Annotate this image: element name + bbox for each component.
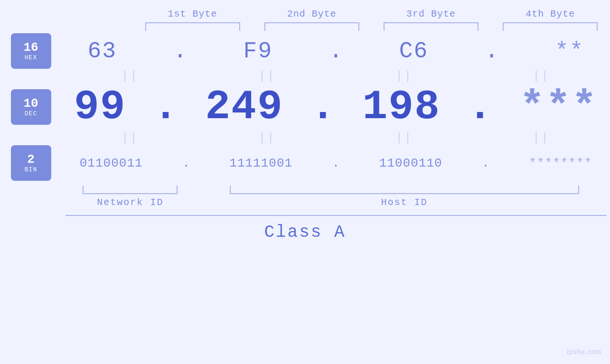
equals-1-1: || [122, 70, 139, 83]
class-label: Class A [0, 223, 610, 242]
equals-2-2: || [259, 131, 276, 144]
bracket-3 [384, 22, 479, 31]
equals-1-3: || [395, 70, 413, 83]
network-bracket [83, 186, 178, 194]
hex-row: 16 HEX 63 . F9 . C6 . ** [0, 33, 610, 69]
byte4-header: 4th Byte [491, 9, 610, 19]
bracket-4 [503, 22, 598, 31]
byte1-header: 1st Byte [133, 9, 252, 19]
dec-values: 99 . 249 . 198 . *** [62, 84, 610, 131]
bracket-col-1 [133, 22, 252, 31]
bin-dot1: . [182, 156, 190, 170]
hex-oct3: C6 [399, 38, 429, 64]
equals-1-4: || [533, 70, 550, 83]
bracket-col-4 [491, 22, 610, 31]
equals-1-2: || [259, 70, 276, 83]
hex-oct2: F9 [244, 38, 273, 64]
dec-dot1: . [153, 84, 178, 131]
hex-dot3: . [485, 38, 498, 64]
bottom-brackets [0, 186, 610, 194]
top-brackets-row [0, 22, 610, 31]
hex-dot2: . [329, 38, 343, 64]
hex-dot1: . [173, 38, 187, 64]
dec-dot2: . [310, 84, 336, 131]
dec-badge-spacer: 10 DEC [0, 89, 62, 125]
main-container: 1st Byte 2nd Byte 3rd Byte 4th Byte 16 H… [0, 0, 610, 364]
class-bracket-line [66, 215, 607, 216]
equals-row-2: || || || || [0, 131, 610, 144]
dec-oct3: 198 [362, 84, 440, 131]
host-id-label: Host ID [199, 197, 610, 208]
bin-values: 01100011 . 11111001 . 11000110 . *******… [62, 156, 610, 170]
bracket-col-3 [372, 22, 491, 31]
hex-oct4: ** [555, 38, 584, 64]
bin-dot2: . [332, 156, 340, 170]
dec-badge: 10 DEC [11, 89, 51, 125]
bracket-col-2 [252, 22, 371, 31]
hex-badge: 16 HEX [11, 33, 51, 69]
header-row: 1st Byte 2nd Byte 3rd Byte 4th Byte [0, 0, 610, 19]
dec-badge-number: 10 [23, 97, 38, 111]
bracket-2 [264, 22, 359, 31]
host-bracket [230, 186, 579, 194]
hex-badge-spacer: 16 HEX [0, 33, 62, 69]
equals-2-3: || [395, 131, 413, 144]
dec-oct4: *** [520, 84, 598, 131]
badge-spacer-header [71, 9, 133, 19]
dec-oct2: 249 [205, 84, 283, 131]
bracket-1 [145, 22, 240, 31]
bin-row: 2 BIN 01100011 . 11111001 . 11000110 . *… [0, 145, 610, 181]
id-labels-row: Network ID Host ID [0, 197, 610, 208]
equals-row-1: || || || || [0, 70, 610, 83]
dec-badge-label: DEC [25, 110, 37, 117]
bin-oct4: ******** [529, 156, 592, 170]
hex-values: 63 . F9 . C6 . ** [62, 38, 610, 64]
bin-dot3: . [482, 156, 489, 170]
byte3-header: 3rd Byte [372, 9, 491, 19]
dec-oct1: 99 [74, 84, 126, 131]
bin-badge-spacer: 2 BIN [0, 145, 62, 181]
watermark: ipshu.com [567, 348, 601, 355]
hex-badge-label: HEX [25, 54, 37, 61]
dec-row: 10 DEC 99 . 249 . 198 . *** [0, 84, 610, 131]
bin-badge-number: 2 [27, 153, 35, 167]
hex-oct1: 63 [87, 38, 117, 64]
dec-dot3: . [468, 84, 493, 131]
equals-2-4: || [533, 131, 550, 144]
bin-badge: 2 BIN [11, 145, 51, 181]
bin-badge-label: BIN [25, 166, 37, 173]
byte2-header: 2nd Byte [252, 9, 371, 19]
bin-oct2: 11111001 [229, 156, 292, 170]
network-id-label: Network ID [62, 197, 199, 208]
bin-oct3: 11000110 [379, 156, 442, 170]
bin-oct1: 01100011 [80, 156, 143, 170]
equals-2-1: || [122, 131, 139, 144]
hex-badge-number: 16 [23, 41, 38, 55]
